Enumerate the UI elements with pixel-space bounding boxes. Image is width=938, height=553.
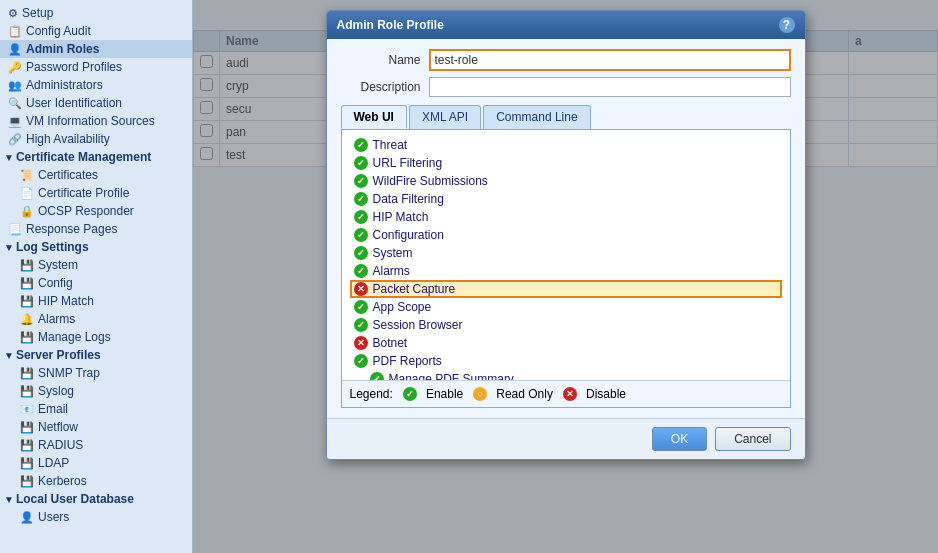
name-input[interactable] — [429, 49, 791, 71]
alarms-log-icon: 🔔 — [20, 313, 34, 326]
sidebar-item-user-identification[interactable]: 🔍 User Identification — [0, 94, 192, 112]
item-label: WildFire Submissions — [373, 174, 488, 188]
modal-overlay: Admin Role Profile ? Name Description — [193, 0, 938, 553]
kerberos-icon: 💾 — [20, 475, 34, 488]
sidebar-item-vm-info[interactable]: 💻 VM Information Sources — [0, 112, 192, 130]
sidebar-item-radius[interactable]: 💾 RADIUS — [0, 436, 192, 454]
modal-title: Admin Role Profile — [337, 18, 444, 32]
legend-enable: ✓ Enable — [403, 387, 463, 401]
sidebar-item-admin-roles[interactable]: 👤 Admin Roles — [0, 40, 192, 58]
sidebar-item-ldap[interactable]: 💾 LDAP — [0, 454, 192, 472]
sidebar-item-users[interactable]: 👤 Users — [0, 508, 192, 526]
log-settings-arrow: ▼ — [4, 242, 14, 253]
sidebar-item-system-log[interactable]: 💾 System — [0, 256, 192, 274]
ok-button[interactable]: OK — [652, 427, 707, 451]
item-label: Configuration — [373, 228, 444, 242]
tab-command-line[interactable]: Command Line — [483, 105, 590, 129]
sidebar-item-email[interactable]: 📧 Email — [0, 400, 192, 418]
tab-web-ui[interactable]: Web UI — [341, 105, 407, 129]
sidebar-item-hip-match[interactable]: 💾 HIP Match — [0, 292, 192, 310]
sidebar-group-cert-mgmt[interactable]: ▼ Certificate Management — [0, 148, 192, 166]
help-icon[interactable]: ? — [779, 17, 795, 33]
description-label: Description — [341, 80, 421, 94]
item-label: Data Filtering — [373, 192, 444, 206]
item-label: Alarms — [373, 264, 410, 278]
enable-icon: ✓ — [354, 354, 368, 368]
sidebar-item-high-availability[interactable]: 🔗 High Availability — [0, 130, 192, 148]
sidebar-item-setup[interactable]: ⚙ Setup — [0, 4, 192, 22]
sidebar-item-ocsp[interactable]: 🔒 OCSP Responder — [0, 202, 192, 220]
sidebar-item-snmp[interactable]: 💾 SNMP Trap — [0, 364, 192, 382]
setup-icon: ⚙ — [8, 7, 18, 20]
list-item-configuration[interactable]: ✓ Configuration — [350, 226, 782, 244]
sidebar-item-password-profiles[interactable]: 🔑 Password Profiles — [0, 58, 192, 76]
list-item-wildfire[interactable]: ✓ WildFire Submissions — [350, 172, 782, 190]
sidebar-item-syslog[interactable]: 💾 Syslog — [0, 382, 192, 400]
ldap-icon: 💾 — [20, 457, 34, 470]
ocsp-icon: 🔒 — [20, 205, 34, 218]
sidebar-item-config-log[interactable]: 💾 Config — [0, 274, 192, 292]
list-item-hip-match[interactable]: ✓ HIP Match — [350, 208, 782, 226]
enable-icon: ✓ — [354, 138, 368, 152]
list-item-system[interactable]: ✓ System — [350, 244, 782, 262]
sidebar-item-netflow[interactable]: 💾 Netflow — [0, 418, 192, 436]
list-item-packet-capture[interactable]: ✕ Packet Capture — [350, 280, 782, 298]
list-item-url-filtering[interactable]: ✓ URL Filtering — [350, 154, 782, 172]
config-audit-icon: 📋 — [8, 25, 22, 38]
disable-icon: ✕ — [354, 336, 368, 350]
ha-icon: 🔗 — [8, 133, 22, 146]
sidebar-item-administrators[interactable]: 👥 Administrators — [0, 76, 192, 94]
sidebar-group-local-user-db[interactable]: ▼ Local User Database — [0, 490, 192, 508]
list-item-alarms[interactable]: ✓ Alarms — [350, 262, 782, 280]
legend-enable-icon: ✓ — [403, 387, 417, 401]
tab-bar: Web UI XML API Command Line — [341, 105, 791, 129]
sidebar: ⚙ Setup 📋 Config Audit 👤 Admin Roles 🔑 P… — [0, 0, 193, 553]
sidebar-item-config-audit[interactable]: 📋 Config Audit — [0, 22, 192, 40]
list-item-pdf-reports[interactable]: ✓ PDF Reports — [350, 352, 782, 370]
enable-icon: ✓ — [354, 228, 368, 242]
list-item-session-browser[interactable]: ✓ Session Browser — [350, 316, 782, 334]
tab-xml-api[interactable]: XML API — [409, 105, 481, 129]
main-content-area: Name criteria Criteria a audi cryp secu … — [193, 0, 938, 553]
description-input[interactable] — [429, 77, 791, 97]
legend-disable-icon: ✕ — [563, 387, 577, 401]
legend-label: Legend: — [350, 387, 393, 401]
list-item-botnet[interactable]: ✕ Botnet — [350, 334, 782, 352]
user-id-icon: 🔍 — [8, 97, 22, 110]
item-label: HIP Match — [373, 210, 429, 224]
name-row: Name — [341, 49, 791, 71]
config-log-icon: 💾 — [20, 277, 34, 290]
netflow-icon: 💾 — [20, 421, 34, 434]
description-row: Description — [341, 77, 791, 97]
sidebar-item-kerberos[interactable]: 💾 Kerberos — [0, 472, 192, 490]
enable-icon: ✓ — [370, 372, 384, 380]
cancel-button[interactable]: Cancel — [715, 427, 790, 451]
sidebar-group-log-settings[interactable]: ▼ Log Settings — [0, 238, 192, 256]
list-item-app-scope[interactable]: ✓ App Scope — [350, 298, 782, 316]
administrators-icon: 👥 — [8, 79, 22, 92]
local-user-db-arrow: ▼ — [4, 494, 14, 505]
modal-body: Name Description Web UI XML API — [327, 39, 805, 418]
sidebar-item-alarms-log[interactable]: 🔔 Alarms — [0, 310, 192, 328]
list-item-manage-pdf-summary[interactable]: ✓ Manage PDF Summary — [350, 370, 782, 380]
sidebar-item-response-pages[interactable]: 📃 Response Pages — [0, 220, 192, 238]
enable-icon: ✓ — [354, 210, 368, 224]
sidebar-group-server-profiles[interactable]: ▼ Server Profiles — [0, 346, 192, 364]
legend: Legend: ✓ Enable ○ Read Only ✕ Disable — [342, 380, 790, 407]
modal-header: Admin Role Profile ? — [327, 11, 805, 39]
list-item-threat[interactable]: ✓ Threat — [350, 136, 782, 154]
tab-scroll-area[interactable]: ✓ Threat ✓ URL Filtering ✓ WildFire Subm… — [342, 130, 790, 380]
syslog-icon: 💾 — [20, 385, 34, 398]
item-label: Session Browser — [373, 318, 463, 332]
sidebar-item-manage-logs[interactable]: 💾 Manage Logs — [0, 328, 192, 346]
item-label: System — [373, 246, 413, 260]
list-item-data-filtering[interactable]: ✓ Data Filtering — [350, 190, 782, 208]
item-label: Manage PDF Summary — [389, 372, 514, 380]
item-label: Packet Capture — [373, 282, 456, 296]
enable-icon: ✓ — [354, 246, 368, 260]
legend-disable: ✕ Disable — [563, 387, 626, 401]
snmp-icon: 💾 — [20, 367, 34, 380]
sidebar-item-cert-profile[interactable]: 📄 Certificate Profile — [0, 184, 192, 202]
item-label: Threat — [373, 138, 408, 152]
sidebar-item-certificates[interactable]: 📜 Certificates — [0, 166, 192, 184]
